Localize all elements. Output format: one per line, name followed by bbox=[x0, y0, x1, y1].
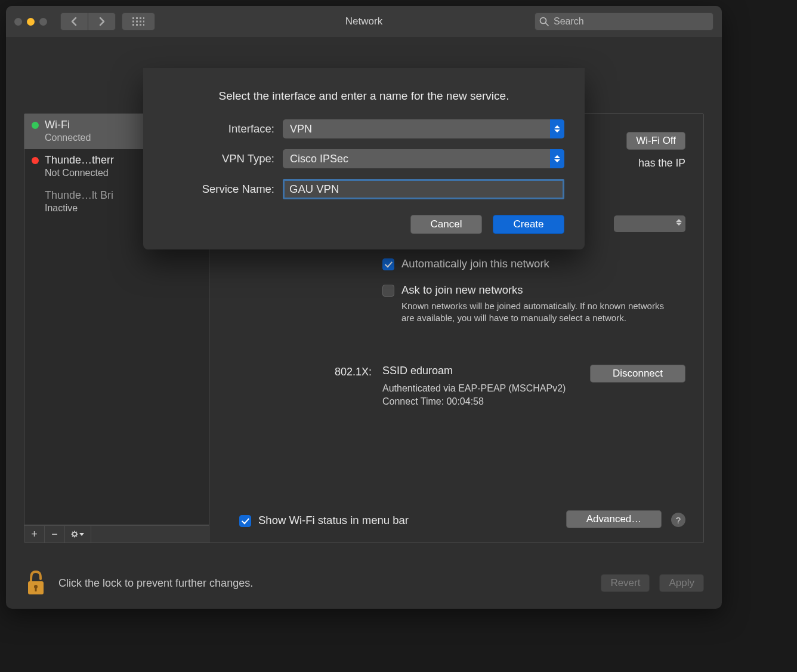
ip-status-text: has the IP bbox=[638, 157, 685, 169]
status-dot-icon bbox=[32, 192, 39, 199]
svg-rect-26 bbox=[35, 587, 37, 591]
create-button[interactable]: Create bbox=[493, 215, 564, 234]
interface-label: Interface: bbox=[163, 122, 283, 135]
status-dot-icon bbox=[32, 122, 39, 129]
auto-join-label: Automatically join this network bbox=[401, 257, 549, 270]
svg-rect-4 bbox=[132, 21, 134, 23]
svg-rect-11 bbox=[143, 24, 144, 26]
chevron-updown-icon bbox=[676, 218, 682, 226]
sheet-prompt: Select the interface and enter a name fo… bbox=[163, 90, 564, 103]
svg-line-20 bbox=[76, 536, 76, 537]
traffic-lights bbox=[14, 18, 47, 26]
add-service-button[interactable]: + bbox=[24, 526, 45, 542]
show-menubar-label: Show Wi-Fi status in menu bar bbox=[258, 514, 409, 527]
show-all-button[interactable] bbox=[122, 13, 155, 30]
8021x-auth-method: Authenticated via EAP-PEAP (MSCHAPv2) bbox=[382, 383, 566, 393]
svg-rect-9 bbox=[136, 24, 138, 26]
lock-row: Click the lock to prevent further change… bbox=[24, 568, 253, 598]
back-button[interactable] bbox=[60, 13, 88, 30]
network-prefs-window: Network Wi-Fi Connected Thunde…therr Not… bbox=[6, 6, 722, 609]
search-icon bbox=[539, 17, 549, 26]
vpn-type-value: Cisco IPSec bbox=[290, 153, 348, 165]
show-menubar-checkbox[interactable] bbox=[239, 515, 251, 527]
search-input[interactable] bbox=[552, 16, 709, 27]
chevron-updown-icon bbox=[550, 119, 564, 138]
advanced-button[interactable]: Advanced… bbox=[566, 510, 662, 528]
8021x-connect-time: Connect Time: 00:04:58 bbox=[382, 396, 484, 406]
gear-icon bbox=[71, 530, 85, 538]
svg-line-21 bbox=[72, 536, 73, 537]
new-service-sheet: Select the interface and enter a name fo… bbox=[143, 68, 585, 249]
svg-rect-5 bbox=[136, 21, 138, 23]
cancel-button[interactable]: Cancel bbox=[410, 215, 482, 234]
interface-select[interactable]: VPN bbox=[283, 119, 564, 138]
interface-value: VPN bbox=[290, 123, 312, 135]
svg-rect-1 bbox=[136, 17, 138, 19]
vpn-type-label: VPN Type: bbox=[163, 152, 283, 165]
search-field[interactable] bbox=[535, 13, 713, 30]
ask-join-label: Ask to join new networks bbox=[401, 283, 669, 297]
zoom-icon[interactable] bbox=[39, 18, 47, 26]
window-body: Wi-Fi Connected Thunde…therr Not Connect… bbox=[6, 37, 722, 609]
svg-rect-3 bbox=[143, 17, 144, 19]
service-name: Wi-Fi bbox=[45, 119, 70, 131]
svg-rect-6 bbox=[140, 21, 141, 23]
service-name: Thunde…therr bbox=[45, 154, 114, 167]
wifi-options: Automatically join this network Ask to j… bbox=[382, 257, 669, 333]
service-name: Thunde…lt Bri bbox=[45, 189, 113, 202]
service-name-input[interactable] bbox=[283, 179, 564, 199]
grid-icon bbox=[132, 17, 144, 26]
svg-rect-2 bbox=[140, 17, 141, 19]
help-button[interactable]: ? bbox=[671, 513, 685, 527]
auto-join-checkbox[interactable] bbox=[382, 258, 394, 270]
disconnect-button[interactable]: Disconnect bbox=[590, 365, 685, 383]
svg-line-13 bbox=[546, 23, 549, 26]
lock-icon[interactable] bbox=[24, 568, 48, 598]
svg-rect-8 bbox=[132, 24, 134, 26]
chevron-updown-icon bbox=[550, 149, 564, 168]
lock-text: Click the lock to prevent further change… bbox=[58, 577, 253, 590]
remove-service-button[interactable]: − bbox=[45, 526, 65, 542]
svg-line-22 bbox=[76, 532, 76, 532]
turn-wifi-off-button[interactable]: Wi-Fi Off bbox=[626, 132, 685, 150]
service-name-label: Service Name: bbox=[163, 183, 283, 196]
sidebar-action-bar: + − bbox=[24, 525, 209, 542]
nav-back-forward bbox=[60, 13, 116, 30]
8021x-label: 802.1X: bbox=[320, 365, 372, 378]
svg-rect-0 bbox=[132, 17, 134, 19]
svg-rect-7 bbox=[143, 21, 144, 23]
titlebar: Network bbox=[6, 6, 722, 37]
service-actions-menu[interactable] bbox=[65, 526, 91, 542]
close-icon[interactable] bbox=[14, 18, 22, 26]
svg-rect-10 bbox=[140, 24, 141, 26]
status-dot-icon bbox=[32, 157, 39, 164]
svg-line-19 bbox=[72, 532, 73, 532]
ask-join-checkbox[interactable] bbox=[382, 285, 394, 297]
apply-button[interactable]: Apply bbox=[659, 574, 704, 592]
show-menu-bar-row: Show Wi-Fi status in menu bar bbox=[239, 514, 409, 527]
ask-join-help: Known networks will be joined automatica… bbox=[401, 300, 669, 325]
revert-button[interactable]: Revert bbox=[601, 574, 650, 592]
vpn-type-select[interactable]: Cisco IPSec bbox=[283, 149, 564, 168]
svg-point-14 bbox=[72, 532, 76, 536]
footer: Click the lock to prevent further change… bbox=[24, 568, 704, 598]
forward-button[interactable] bbox=[88, 13, 116, 30]
minimize-icon[interactable] bbox=[27, 18, 35, 26]
network-name-dropdown[interactable] bbox=[614, 215, 685, 232]
